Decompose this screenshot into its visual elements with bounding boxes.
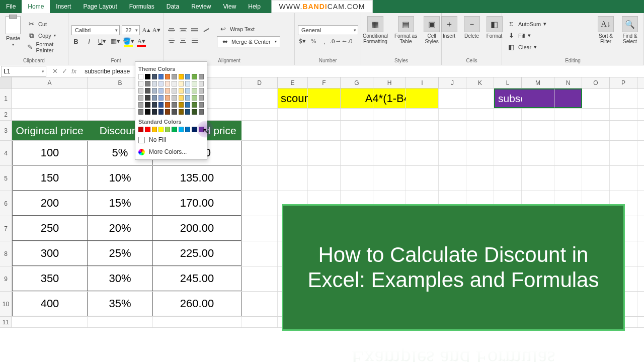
color-swatch[interactable] bbox=[165, 102, 170, 108]
cell-A7[interactable]: 250 bbox=[12, 216, 88, 241]
color-swatch[interactable] bbox=[152, 95, 157, 101]
cell-D1[interactable] bbox=[242, 88, 278, 108]
cut-button[interactable]: ✂Cut bbox=[25, 19, 65, 29]
cell-A11[interactable] bbox=[12, 317, 88, 327]
color-swatch[interactable] bbox=[138, 102, 143, 108]
col-I[interactable]: I bbox=[406, 77, 439, 88]
color-swatch[interactable] bbox=[179, 127, 184, 132]
color-swatch[interactable] bbox=[158, 81, 164, 86]
comma-icon[interactable]: , bbox=[320, 37, 329, 46]
color-swatch[interactable] bbox=[158, 88, 164, 94]
cell-H1[interactable]: A4*(1-B4) bbox=[373, 88, 406, 108]
color-swatch[interactable] bbox=[179, 81, 184, 86]
color-swatch[interactable] bbox=[172, 88, 177, 94]
color-swatch[interactable] bbox=[172, 102, 177, 108]
color-swatch[interactable] bbox=[158, 127, 164, 132]
name-box[interactable]: L1 bbox=[1, 66, 46, 77]
cell-J2[interactable] bbox=[439, 109, 466, 120]
cell-D9[interactable] bbox=[242, 266, 278, 291]
cell-D8[interactable] bbox=[242, 241, 278, 266]
cell-B11[interactable] bbox=[88, 317, 153, 327]
cell-E1[interactable]: scount formu bbox=[278, 88, 308, 108]
col-F[interactable]: F bbox=[308, 77, 341, 88]
tab-data[interactable]: Data bbox=[160, 0, 185, 13]
cell-E4[interactable] bbox=[278, 141, 308, 165]
copy-button[interactable]: ⧉Copy▾ bbox=[25, 31, 65, 41]
font-name-dropdown[interactable]: Calibri bbox=[71, 25, 120, 35]
color-swatch[interactable] bbox=[185, 81, 190, 86]
cell-A4[interactable]: 100 bbox=[12, 141, 88, 165]
color-swatch[interactable] bbox=[192, 95, 197, 101]
cell-O3[interactable] bbox=[582, 121, 610, 140]
cell-N4[interactable] bbox=[554, 141, 582, 165]
col-H[interactable]: H bbox=[373, 77, 406, 88]
color-swatch[interactable] bbox=[185, 102, 190, 108]
color-swatch[interactable] bbox=[138, 88, 143, 94]
col-L[interactable]: L bbox=[494, 77, 522, 88]
row-5[interactable]: 5 bbox=[0, 166, 12, 191]
cell-I3[interactable] bbox=[406, 121, 439, 140]
cell-B8[interactable]: 25% bbox=[88, 241, 153, 266]
cell-F2[interactable] bbox=[308, 109, 341, 120]
row-6[interactable]: 6 bbox=[0, 191, 12, 216]
color-swatch[interactable] bbox=[179, 74, 184, 79]
cell-F3[interactable] bbox=[308, 121, 341, 140]
cell-L2[interactable] bbox=[494, 109, 522, 120]
cell-C10[interactable]: 260.00 bbox=[153, 292, 242, 316]
color-swatch[interactable] bbox=[172, 109, 177, 115]
cell-C5[interactable]: 135.00 bbox=[153, 166, 242, 191]
color-swatch[interactable] bbox=[152, 102, 157, 108]
col-K[interactable]: K bbox=[466, 77, 494, 88]
color-swatch[interactable] bbox=[145, 102, 150, 108]
merge-center-button[interactable]: ⬌Merge & Center▾ bbox=[217, 36, 280, 47]
cell-A5[interactable]: 150 bbox=[12, 166, 88, 191]
color-swatch[interactable] bbox=[192, 109, 197, 115]
row-11[interactable]: 11 bbox=[0, 317, 12, 327]
tab-view[interactable]: View bbox=[217, 0, 243, 13]
color-swatch[interactable] bbox=[138, 81, 143, 86]
cell-E3[interactable] bbox=[278, 121, 308, 140]
color-swatch[interactable] bbox=[138, 95, 143, 101]
cell-C11[interactable] bbox=[153, 317, 242, 327]
color-swatch[interactable] bbox=[145, 81, 150, 86]
cell-H4[interactable] bbox=[373, 141, 406, 165]
format-as-table-button[interactable]: ▤Format as Table bbox=[392, 15, 420, 56]
font-size-dropdown[interactable]: 22 bbox=[122, 25, 140, 35]
cell-D10[interactable] bbox=[242, 292, 278, 316]
cell-N3[interactable] bbox=[554, 121, 582, 140]
select-all-corner[interactable] bbox=[0, 77, 12, 88]
no-fill-option[interactable]: No Fill bbox=[138, 134, 204, 146]
paste-button[interactable]: Paste▾ bbox=[3, 15, 23, 56]
cell-C6[interactable]: 170.00 bbox=[153, 191, 242, 216]
color-swatch[interactable] bbox=[152, 74, 157, 79]
color-swatch[interactable] bbox=[145, 109, 150, 115]
cell-J4[interactable] bbox=[439, 141, 466, 165]
percent-icon[interactable]: % bbox=[309, 37, 318, 46]
color-swatch[interactable] bbox=[192, 74, 197, 79]
cell-N2[interactable] bbox=[554, 109, 582, 120]
col-E[interactable]: E bbox=[278, 77, 308, 88]
cell-D7[interactable] bbox=[242, 216, 278, 241]
tab-page-layout[interactable]: Page Layout bbox=[77, 0, 123, 13]
decrease-font-icon[interactable]: A▾ bbox=[152, 26, 160, 35]
fill-color-button[interactable]: 🪣▾ bbox=[124, 37, 133, 46]
col-G[interactable]: G bbox=[341, 77, 373, 88]
cell-D2[interactable] bbox=[242, 109, 278, 120]
color-swatch[interactable] bbox=[179, 102, 184, 108]
color-swatch[interactable] bbox=[179, 109, 184, 115]
cell-A3[interactable]: Origincal price bbox=[12, 121, 88, 140]
bold-button[interactable]: B bbox=[71, 37, 80, 46]
col-D[interactable]: D bbox=[242, 77, 278, 88]
cell-A9[interactable]: 350 bbox=[12, 266, 88, 291]
cell-G4[interactable] bbox=[341, 141, 373, 165]
cell-J5[interactable] bbox=[439, 166, 466, 191]
enter-fx-icon[interactable]: ✓ bbox=[62, 67, 67, 75]
cell-P1[interactable] bbox=[610, 88, 637, 108]
cell-C7[interactable]: 200.00 bbox=[153, 216, 242, 241]
cell-I4[interactable] bbox=[406, 141, 439, 165]
cell-I1[interactable] bbox=[406, 88, 439, 108]
color-swatch[interactable] bbox=[199, 74, 204, 79]
row-2[interactable]: 2 bbox=[0, 109, 12, 120]
cell-G2[interactable] bbox=[341, 109, 373, 120]
tab-review[interactable]: Review bbox=[185, 0, 217, 13]
